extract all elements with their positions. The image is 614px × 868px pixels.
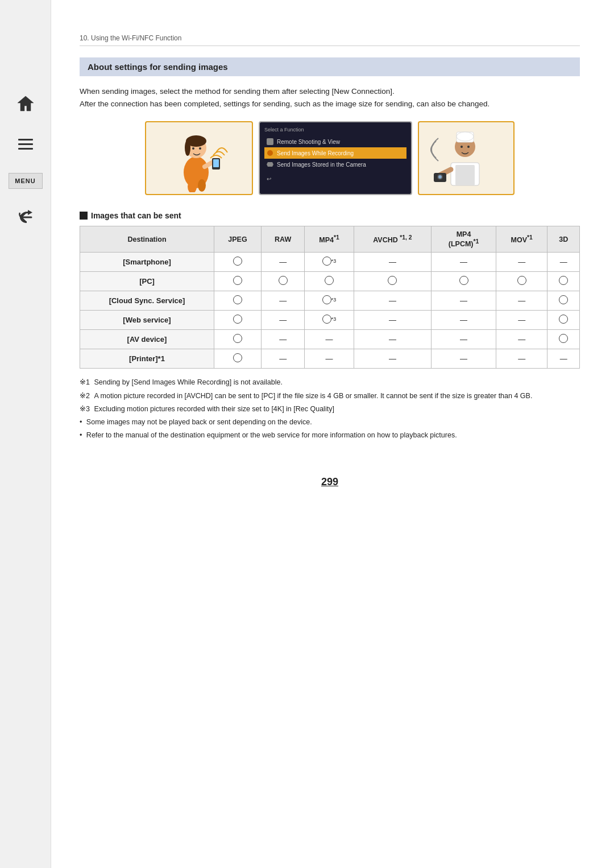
col-header-mp4: MP4*1 xyxy=(305,226,354,253)
menu-item-2-highlighted: Send Images While Recording xyxy=(264,147,406,159)
chapter-title: Using the Wi-Fi/NFC Function xyxy=(91,34,181,42)
data-cell: — xyxy=(354,253,431,272)
page-number: 299 xyxy=(80,476,580,488)
data-cell xyxy=(354,272,431,291)
data-cell: — xyxy=(261,349,305,369)
svg-rect-16 xyxy=(267,138,273,145)
menu-item-3: Send Images Stored in the Camera xyxy=(264,159,406,170)
intro-text: When sending images, select the method f… xyxy=(80,85,580,110)
data-cell: — xyxy=(432,349,496,369)
data-cell xyxy=(214,291,261,311)
data-cell: *3 xyxy=(305,291,354,311)
data-cell: — xyxy=(261,330,305,349)
data-cell: — xyxy=(432,291,496,311)
table-row: [Cloud Sync. Service]—*3——— xyxy=(80,291,580,311)
footnotes-section: ※1 Sending by [Send Images While Recordi… xyxy=(80,377,580,441)
data-cell: — xyxy=(354,291,431,311)
menu-screen-box: Select a Function Remote Shooting & View… xyxy=(260,122,411,194)
back-icon[interactable] xyxy=(13,205,38,230)
data-cell: — xyxy=(547,253,580,272)
data-cell: — xyxy=(496,330,547,349)
chapter-number: 10 xyxy=(80,34,87,42)
svg-rect-21 xyxy=(455,165,475,185)
data-cell xyxy=(214,349,261,369)
data-cell xyxy=(214,272,261,291)
illustration-row: Select a Function Remote Shooting & View… xyxy=(80,121,580,195)
menu-screen-illustration: Select a Function Remote Shooting & View… xyxy=(259,121,412,195)
svg-point-28 xyxy=(438,175,442,179)
data-cell: — xyxy=(261,291,305,311)
dest-cell: [Printer]*1 xyxy=(80,349,214,369)
table-row: [AV device]————— xyxy=(80,330,580,349)
col-header-destination: Destination xyxy=(80,226,214,253)
data-cell xyxy=(432,272,496,291)
intro-line1: When sending images, select the method f… xyxy=(80,85,580,98)
data-cell: — xyxy=(305,349,354,369)
svg-point-24 xyxy=(457,132,474,141)
data-cell xyxy=(547,330,580,349)
images-table: Destination JPEG RAW MP4*1 AVCHD *1, 2 M… xyxy=(80,226,580,369)
data-cell: — xyxy=(547,349,580,369)
dest-cell: [PC] xyxy=(80,272,214,291)
chapter-header: 10. Using the Wi-Fi/NFC Function xyxy=(80,34,580,46)
footnote-1: ※1 Sending by [Send Images While Recordi… xyxy=(80,377,580,388)
data-cell xyxy=(305,272,354,291)
data-cell: — xyxy=(496,349,547,369)
bullet-2: • Refer to the manual of the destination… xyxy=(80,429,580,441)
intro-line2: After the connection has been completed,… xyxy=(80,98,580,110)
col-header-avchd: AVCHD *1, 2 xyxy=(354,226,431,253)
sidebar: MENU xyxy=(0,0,51,868)
svg-point-13 xyxy=(198,179,206,192)
svg-point-30 xyxy=(467,146,470,148)
data-cell: — xyxy=(496,253,547,272)
data-cell xyxy=(547,272,580,291)
dest-cell: [AV device] xyxy=(80,330,214,349)
data-cell: — xyxy=(432,330,496,349)
girl-illustration xyxy=(145,121,253,195)
data-cell xyxy=(261,272,305,291)
chef-figure xyxy=(419,122,513,194)
svg-marker-3 xyxy=(28,210,32,215)
data-cell xyxy=(214,311,261,330)
col-header-jpeg: JPEG xyxy=(214,226,261,253)
data-cell xyxy=(496,272,547,291)
subsection-title: Images that can be sent xyxy=(80,211,580,220)
data-cell xyxy=(214,253,261,272)
svg-point-8 xyxy=(185,140,190,156)
list-icon[interactable] xyxy=(13,132,38,157)
data-cell xyxy=(547,311,580,330)
data-cell: — xyxy=(354,330,431,349)
data-cell: — xyxy=(305,330,354,349)
data-cell: — xyxy=(432,253,496,272)
col-header-mov: MOV*1 xyxy=(496,226,547,253)
data-cell: — xyxy=(496,311,547,330)
svg-point-29 xyxy=(460,146,463,148)
home-icon[interactable] xyxy=(13,91,38,116)
svg-rect-2 xyxy=(18,148,33,150)
menu-screen-title: Select a Function xyxy=(264,127,406,133)
data-cell xyxy=(547,291,580,311)
menu-back-indicator: ↩ xyxy=(264,175,406,183)
bullet-1: • Some images may not be played back or … xyxy=(80,416,580,428)
svg-marker-18 xyxy=(267,162,273,167)
col-header-raw: RAW xyxy=(261,226,305,253)
svg-rect-0 xyxy=(18,139,33,140)
table-row: [PC] xyxy=(80,272,580,291)
main-content: 10. Using the Wi-Fi/NFC Function About s… xyxy=(51,0,614,868)
col-header-mp4lpcm: MP4(LPCM)*1 xyxy=(432,226,496,253)
section-heading: About settings for sending images xyxy=(80,57,580,76)
data-cell: — xyxy=(432,311,496,330)
data-cell: — xyxy=(496,291,547,311)
footnote-3: ※3 Excluding motion pictures recorded wi… xyxy=(80,403,580,415)
svg-rect-11 xyxy=(213,159,219,167)
svg-point-15 xyxy=(199,147,201,150)
table-row: [Smartphone]—*3———— xyxy=(80,253,580,272)
data-cell: *3 xyxy=(305,253,354,272)
col-header-3d: 3D xyxy=(547,226,580,253)
svg-rect-1 xyxy=(18,143,33,145)
table-row: [Printer]*1—————— xyxy=(80,349,580,369)
menu-button[interactable]: MENU xyxy=(9,173,43,189)
table-header-row: Destination JPEG RAW MP4*1 AVCHD *1, 2 M… xyxy=(80,226,580,253)
data-cell: — xyxy=(354,349,431,369)
data-cell: *3 xyxy=(305,311,354,330)
